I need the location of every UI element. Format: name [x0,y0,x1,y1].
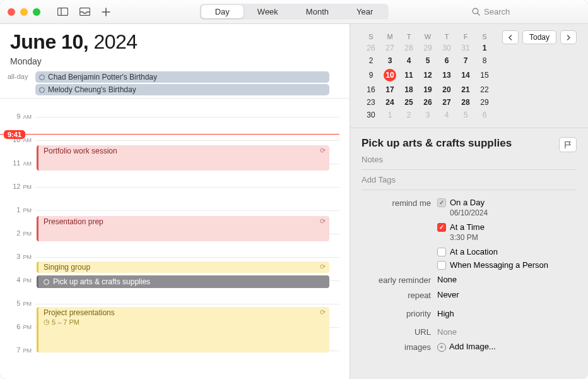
mini-calendar-day[interactable]: 24 [380,96,399,109]
chevron-left-icon [508,35,512,40]
mini-calendar-day[interactable]: 7 [456,54,475,67]
mini-calendar-day[interactable]: 15 [475,67,494,83]
at-a-time-toggle[interactable]: At a Time [437,222,577,232]
mini-calendar-day[interactable]: 17 [380,83,399,96]
mini-calendar-day[interactable]: 20 [437,83,456,96]
svg-line-4 [478,13,479,15]
flag-button[interactable] [559,137,577,152]
flag-icon [564,141,572,149]
mini-calendar-day[interactable]: 10 [380,67,399,83]
mini-calendar-grid[interactable]: SMTWTFS262728293031123456789101112131415… [362,32,494,121]
view-tab-week[interactable]: Week [244,5,292,18]
mini-calendar-day[interactable]: 28 [399,42,418,54]
mini-calendar-day[interactable]: 3 [418,109,437,121]
search-field[interactable]: Search [472,7,579,16]
mini-calendar-day[interactable]: 31 [456,42,475,54]
hour-label: 6 PM [5,323,32,330]
mini-calendar-day[interactable]: 26 [362,42,380,54]
checkbox-icon [437,261,446,270]
mini-calendar-day[interactable]: 11 [399,67,418,83]
mini-calendar-day[interactable]: 6 [475,109,494,121]
sidebar-toggle-icon[interactable] [57,8,68,16]
mini-calendar-day[interactable]: 25 [399,96,418,109]
inbox-icon[interactable] [79,8,90,16]
mini-calendar-day[interactable]: 18 [399,83,418,96]
mini-calendar-day[interactable]: 1 [475,42,494,54]
mini-calendar-day[interactable]: 4 [437,109,456,121]
next-month-button[interactable] [560,30,577,44]
mini-calendar-day[interactable]: 27 [380,42,399,54]
close-window-button[interactable] [8,8,15,16]
all-day-section: all-day Chad Benjamin Potter's Birthday … [0,68,350,99]
checkbox-icon [437,198,446,207]
event-project[interactable]: Project presentations ⟳ ◷5 – 7 PM [37,307,329,352]
inspector-panel: Today SMTWTFS262728293031123456789101112… [350,24,588,379]
mini-calendar-day[interactable]: 29 [418,42,437,54]
prev-month-button[interactable] [502,30,519,44]
svg-rect-0 [58,8,68,16]
mini-calendar-day[interactable]: 5 [456,109,475,121]
search-placeholder: Search [484,7,510,16]
url-value[interactable]: None [437,323,577,337]
date-header: June 10, 2024 Monday [0,24,350,68]
repeat-icon: ⟳ [320,263,326,271]
mini-calendar-day[interactable]: 23 [362,96,380,109]
mini-calendar-day[interactable]: 9 [362,67,380,83]
event-time: 5 – 7 PM [52,318,79,326]
mini-calendar-day[interactable]: 13 [437,67,456,83]
priority-value[interactable]: High [437,305,577,318]
mini-calendar-day[interactable]: 21 [456,83,475,96]
mini-calendar-day[interactable]: 27 [437,96,456,109]
hour-label: 4 PM [5,276,32,284]
zoom-window-button[interactable] [33,8,40,16]
at-a-time-label: At a Time [450,222,485,232]
mini-calendar-day[interactable]: 4 [399,54,418,67]
mini-calendar-day[interactable]: 22 [475,83,494,96]
add-event-icon[interactable] [102,8,110,16]
all-day-event[interactable]: Melody Cheung's Birthday [35,84,329,95]
event-title: Singing group [44,263,90,272]
reminder-title[interactable]: Pick up arts & crafts supplies [362,137,512,150]
at-location-toggle[interactable]: At a Location [437,247,577,256]
view-tab-day[interactable]: Day [201,5,244,18]
today-button[interactable]: Today [522,30,556,44]
event-prep[interactable]: Presentation prep ⟳ [37,216,329,241]
notes-field[interactable]: Notes [362,155,577,164]
add-image-button[interactable]: +Add Image... [437,342,577,352]
when-messaging-toggle[interactable]: When Messaging a Person [437,260,577,270]
event-pickup[interactable]: Pick up arts & crafts supplies [37,275,329,288]
mini-calendar-day[interactable]: 1 [380,109,399,121]
mini-calendar-day[interactable]: 26 [418,96,437,109]
view-tab-year[interactable]: Year [343,5,387,18]
mini-calendar-day[interactable]: 12 [418,67,437,83]
mini-calendar-day[interactable]: 6 [437,54,456,67]
on-a-day-value[interactable]: 06/10/2024 [450,208,577,217]
mini-calendar-day[interactable]: 29 [475,96,494,109]
minimize-window-button[interactable] [20,8,28,16]
repeat-value[interactable]: Never [437,290,577,299]
repeat-icon: ⟳ [320,308,326,317]
mini-calendar-day[interactable]: 28 [456,96,475,109]
tags-field[interactable]: Add Tags [362,169,577,190]
mini-calendar-day[interactable]: 5 [418,54,437,67]
on-a-day-toggle[interactable]: On a Day [437,198,577,207]
hour-grid[interactable]: 8 AM9 AM10 AM11 AM12 PM1 PM2 PM3 PM4 PM5… [0,99,350,379]
early-reminder-value[interactable]: None [437,275,577,284]
mini-calendar-day[interactable]: 30 [362,109,380,121]
mini-calendar-day[interactable]: 30 [437,42,456,54]
event-singing[interactable]: Singing group ⟳ [37,262,329,273]
at-a-time-value[interactable]: 3:30 PM [450,233,577,242]
when-messaging-label: When Messaging a Person [450,260,548,270]
mini-calendar-day[interactable]: 8 [475,54,494,67]
mini-calendar-day[interactable]: 3 [380,54,399,67]
mini-calendar-day[interactable]: 2 [362,54,380,67]
mini-calendar-day[interactable]: 14 [456,67,475,83]
view-tab-month[interactable]: Month [292,5,343,18]
mini-calendar-day[interactable]: 16 [362,83,380,96]
mini-calendar-day[interactable]: 2 [399,109,418,121]
event-portfolio[interactable]: Portfolio work session ⟳ [37,145,329,171]
all-day-event[interactable]: Chad Benjamin Potter's Birthday [35,71,329,83]
mini-calendar-day[interactable]: 19 [418,83,437,96]
view-segmented-control: Day Week Month Year [200,4,389,20]
repeat-icon: ⟳ [320,147,326,155]
